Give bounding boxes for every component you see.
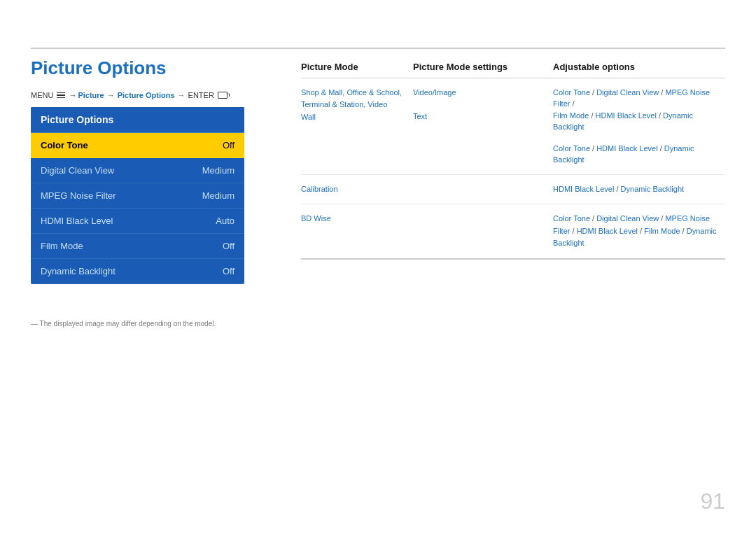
cell-adjustable-1: Color Tone / Digital Clean View / MPEG N… xyxy=(553,87,725,166)
col-header-adjustable-options: Adjustable options xyxy=(553,62,725,72)
breadcrumb-picture[interactable]: Picture xyxy=(78,91,104,99)
table-row-bdwise: BD Wise Color Tone / Digital Clean View … xyxy=(301,204,725,259)
breadcrumb-arrow1: → xyxy=(69,91,76,99)
panel-item-dynamic-backlight[interactable]: Dynamic Backlight Off xyxy=(31,259,244,284)
item-value-film-mode: Off xyxy=(223,241,234,251)
panel-item-digital-clean-view[interactable]: Digital Clean View Medium xyxy=(31,158,244,183)
item-value-hdmi-black-level: Auto xyxy=(216,216,234,226)
breadcrumb-arrow3: → xyxy=(178,91,186,99)
item-value-mpeg-noise-filter: Medium xyxy=(202,190,234,201)
page-title: Picture Options xyxy=(31,57,167,79)
menu-icon xyxy=(57,92,65,99)
table-area: Picture Mode Picture Mode settings Adjus… xyxy=(301,48,725,260)
breadcrumb-arrow2: → xyxy=(107,91,115,99)
item-value-color-tone: Off xyxy=(223,140,234,150)
item-label-color-tone: Color Tone xyxy=(41,140,88,150)
breadcrumb-enter: ENTER xyxy=(188,91,214,99)
breadcrumb: MENU → Picture → Picture Options → ENTER xyxy=(31,91,227,99)
page-number: 91 xyxy=(700,489,725,514)
breadcrumb-menu: MENU xyxy=(31,91,53,99)
page-container: Picture Options MENU → Picture → Picture… xyxy=(0,0,756,534)
cell-adjustable-calibration: HDMI Black Level / Dynamic Backlight xyxy=(553,183,725,196)
cell-mode-bdwise: BD Wise xyxy=(301,213,413,225)
panel-header: Picture Options xyxy=(31,107,244,133)
panel-item-mpeg-noise-filter[interactable]: MPEG Noise Filter Medium xyxy=(31,183,244,209)
cell-mode-calibration: Calibration xyxy=(301,183,413,196)
table-headers: Picture Mode Picture Mode settings Adjus… xyxy=(301,62,725,78)
item-label-film-mode: Film Mode xyxy=(41,241,83,251)
table-body: Shop & Mall, Office & School,Terminal & … xyxy=(301,78,725,260)
item-label-hdmi-black-level: HDMI Black Level xyxy=(41,216,113,226)
col-header-picture-mode: Picture Mode xyxy=(301,62,413,72)
cell-adjustable-bdwise: Color Tone / Digital Clean View / MPEG N… xyxy=(553,213,725,250)
col-header-picture-mode-settings: Picture Mode settings xyxy=(413,62,553,72)
table-row-calibration: Calibration HDMI Black Level / Dynamic B… xyxy=(301,175,725,205)
enter-icon xyxy=(218,92,227,99)
table-row-1: Shop & Mall, Office & School,Terminal & … xyxy=(301,78,725,175)
item-value-dynamic-backlight: Off xyxy=(223,266,234,276)
cell-setting-1: Video/Image Text xyxy=(413,87,553,122)
picture-options-panel: Picture Options Color Tone Off Digital C… xyxy=(31,107,244,284)
item-label-mpeg-noise-filter: MPEG Noise Filter xyxy=(41,190,116,201)
panel-item-film-mode[interactable]: Film Mode Off xyxy=(31,234,244,259)
cell-mode-1: Shop & Mall, Office & School,Terminal & … xyxy=(301,87,413,124)
footnote: ― The displayed image may differ dependi… xyxy=(31,320,216,328)
item-value-digital-clean-view: Medium xyxy=(202,165,234,176)
item-label-dynamic-backlight: Dynamic Backlight xyxy=(41,266,115,276)
panel-item-color-tone[interactable]: Color Tone Off xyxy=(31,133,244,158)
table-divider-top xyxy=(301,48,725,49)
panel-item-hdmi-black-level[interactable]: HDMI Black Level Auto xyxy=(31,209,244,234)
breadcrumb-picture-options[interactable]: Picture Options xyxy=(118,91,175,99)
item-label-digital-clean-view: Digital Clean View xyxy=(41,165,114,176)
